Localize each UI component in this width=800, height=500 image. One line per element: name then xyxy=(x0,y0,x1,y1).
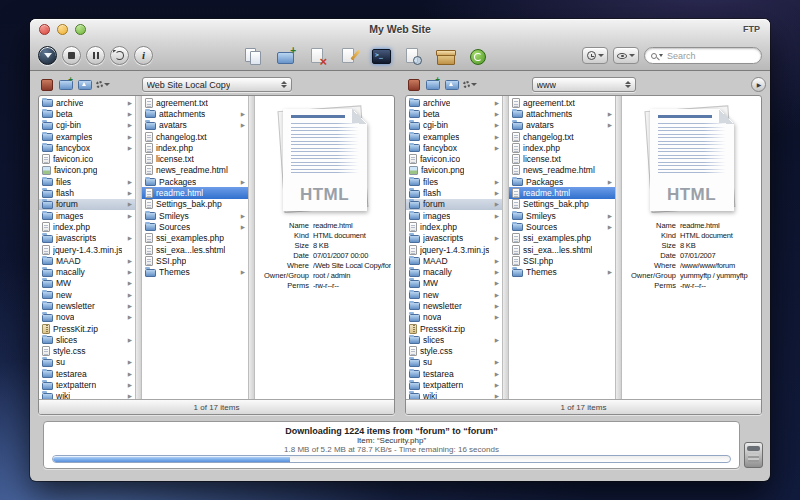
list-item[interactable]: nova▶ xyxy=(406,312,502,323)
list-item[interactable]: news_readme.html xyxy=(509,165,615,176)
list-item[interactable]: images▶ xyxy=(39,210,135,221)
list-item[interactable]: ssi_exa...les.shtml xyxy=(509,244,615,255)
parent-folder-button[interactable] xyxy=(444,77,459,91)
new-folder-button[interactable] xyxy=(58,77,73,91)
path-selector[interactable]: Web Site Local Copy xyxy=(142,77,292,92)
info-button[interactable]: i xyxy=(134,46,153,65)
list-item[interactable]: index.php xyxy=(406,221,502,232)
list-item[interactable]: su▶ xyxy=(406,357,502,368)
list-item[interactable]: cgi-bin▶ xyxy=(39,120,135,131)
zoom-button[interactable] xyxy=(75,24,86,35)
list-item[interactable]: textpattern▶ xyxy=(406,379,502,390)
list-item[interactable]: avatars▶ xyxy=(509,120,615,131)
list-item[interactable]: jquery-1.4.3.min.js xyxy=(406,244,502,255)
list-item[interactable]: MAAD▶ xyxy=(406,255,502,266)
scrollbar[interactable] xyxy=(615,96,622,399)
list-item[interactable]: newsletter▶ xyxy=(406,300,502,311)
new-folder-button[interactable] xyxy=(273,45,297,67)
action-menu-button[interactable] xyxy=(463,77,477,91)
list-item[interactable]: javascripts▶ xyxy=(39,233,135,244)
transfer-queue-icon[interactable] xyxy=(744,442,763,468)
favorites-button[interactable] xyxy=(39,77,54,91)
history-button[interactable] xyxy=(582,47,608,64)
list-item[interactable]: index.php xyxy=(142,142,248,153)
list-item[interactable]: jquery-1.4.3.min.js xyxy=(39,244,135,255)
list-item[interactable]: archive▶ xyxy=(39,97,135,108)
list-item[interactable]: Smileys▶ xyxy=(509,210,615,221)
list-item[interactable]: favicon.ico xyxy=(406,153,502,164)
list-item[interactable]: news_readme.html xyxy=(142,165,248,176)
list-item[interactable]: MW▶ xyxy=(39,278,135,289)
go-button[interactable]: ▶ xyxy=(751,77,766,92)
list-item[interactable]: agreement.txt xyxy=(142,97,248,108)
list-item[interactable]: favicon.png xyxy=(406,165,502,176)
list-item[interactable]: new▶ xyxy=(406,289,502,300)
list-item[interactable]: su▶ xyxy=(39,357,135,368)
list-item[interactable]: avatars▶ xyxy=(142,120,248,131)
list-item[interactable]: MW▶ xyxy=(406,278,502,289)
list-item[interactable]: macally▶ xyxy=(406,266,502,277)
list-item[interactable]: changelog.txt xyxy=(142,131,248,142)
list-item[interactable]: readme.html xyxy=(142,187,248,198)
list-item[interactable]: wiki▶ xyxy=(406,391,502,399)
list-item[interactable]: forum▶ xyxy=(39,199,135,210)
list-item[interactable]: fancybox▶ xyxy=(406,142,502,153)
list-item[interactable]: changelog.txt xyxy=(509,131,615,142)
list-item[interactable]: beta▶ xyxy=(39,108,135,119)
list-item[interactable]: examples▶ xyxy=(406,131,502,142)
list-item[interactable]: MAAD▶ xyxy=(39,255,135,266)
list-item[interactable]: Packages▶ xyxy=(142,176,248,187)
list-item[interactable]: attachments▶ xyxy=(142,108,248,119)
edit-button[interactable] xyxy=(337,45,361,67)
stop-button[interactable] xyxy=(62,46,81,65)
list-item[interactable]: license.txt xyxy=(509,153,615,164)
list-item[interactable]: cgi-bin▶ xyxy=(406,120,502,131)
list-item[interactable]: style.css xyxy=(39,346,135,357)
list-item[interactable]: SSI.php xyxy=(142,255,248,266)
list-item[interactable]: Settings_bak.php xyxy=(142,199,248,210)
scrollbar[interactable] xyxy=(502,96,509,399)
close-button[interactable] xyxy=(39,24,50,35)
list-item[interactable]: Sources▶ xyxy=(509,221,615,232)
list-item[interactable]: archive▶ xyxy=(406,97,502,108)
list-item[interactable]: ssi_examples.php xyxy=(509,233,615,244)
list-item[interactable]: ssi_examples.php xyxy=(142,233,248,244)
list-item[interactable]: index.php xyxy=(39,221,135,232)
list-item[interactable]: Sources▶ xyxy=(142,221,248,232)
list-item[interactable]: ssi_exa...les.shtml xyxy=(142,244,248,255)
refresh-button[interactable] xyxy=(110,46,129,65)
list-item[interactable]: textpattern▶ xyxy=(39,379,135,390)
list-item[interactable]: slices▶ xyxy=(406,334,502,345)
list-item[interactable]: Themes▶ xyxy=(509,266,615,277)
view-options-button[interactable] xyxy=(613,47,639,64)
sync-button[interactable] xyxy=(465,45,489,67)
path-selector[interactable]: www xyxy=(532,77,636,92)
list-item[interactable]: PressKit.zip xyxy=(39,323,135,334)
list-item[interactable]: readme.html xyxy=(509,187,615,198)
list-item[interactable]: examples▶ xyxy=(39,131,135,142)
titlebar[interactable]: My Web Site FTP xyxy=(30,19,770,40)
list-item[interactable]: attachments▶ xyxy=(509,108,615,119)
parent-folder-button[interactable] xyxy=(77,77,92,91)
list-item[interactable]: index.php xyxy=(509,142,615,153)
copy-button[interactable] xyxy=(241,45,265,67)
list-item[interactable]: Packages▶ xyxy=(509,176,615,187)
list-item[interactable]: Settings_bak.php xyxy=(509,199,615,210)
list-item[interactable]: new▶ xyxy=(39,289,135,300)
list-item[interactable]: agreement.txt xyxy=(509,97,615,108)
new-folder-button[interactable] xyxy=(425,77,440,91)
list-item[interactable]: Smileys▶ xyxy=(142,210,248,221)
list-item[interactable]: wiki▶ xyxy=(39,391,135,399)
transfer-button[interactable] xyxy=(38,46,57,65)
list-item[interactable]: Themes▶ xyxy=(142,266,248,277)
list-item[interactable]: testarea▶ xyxy=(406,368,502,379)
list-item[interactable]: style.css xyxy=(406,346,502,357)
search-input[interactable] xyxy=(665,50,757,62)
list-item[interactable]: slices▶ xyxy=(39,334,135,345)
scrollbar[interactable] xyxy=(248,96,255,399)
list-item[interactable]: macally▶ xyxy=(39,266,135,277)
list-item[interactable]: newsletter▶ xyxy=(39,300,135,311)
minimize-button[interactable] xyxy=(57,24,68,35)
action-menu-button[interactable] xyxy=(96,77,110,91)
list-item[interactable]: flash▶ xyxy=(406,187,502,198)
